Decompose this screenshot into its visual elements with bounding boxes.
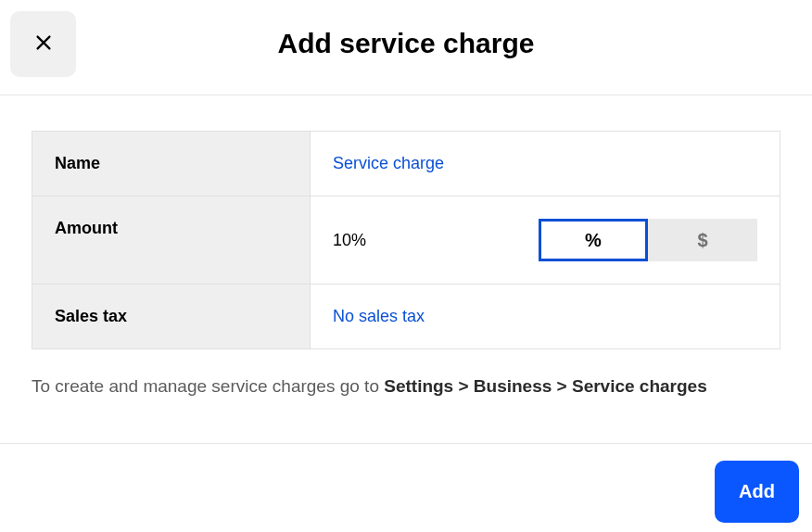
add-button[interactable]: Add <box>715 461 799 523</box>
help-path: Settings > Business > Service charges <box>384 376 707 396</box>
value-amount-cell: 10% % $ <box>311 196 780 284</box>
value-sales-tax-cell[interactable]: No sales tax <box>311 285 780 348</box>
amount-value[interactable]: 10% <box>333 231 366 250</box>
row-name: Name Service charge <box>32 132 780 196</box>
amount-type-toggle: % $ <box>539 219 757 261</box>
row-amount: Amount 10% % $ <box>32 196 780 285</box>
page-title: Add service charge <box>278 28 535 59</box>
label-amount: Amount <box>32 196 311 284</box>
label-name: Name <box>32 132 311 196</box>
sales-tax-value[interactable]: No sales tax <box>333 307 425 326</box>
modal-header: Add service charge <box>0 0 812 95</box>
modal-content: Name Service charge Amount 10% % $ Sales… <box>0 95 812 401</box>
row-sales-tax: Sales tax No sales tax <box>32 285 780 348</box>
help-prefix: To create and manage service charges go … <box>32 376 384 396</box>
toggle-percent-button[interactable]: % <box>539 219 648 261</box>
toggle-currency-button[interactable]: $ <box>648 219 757 261</box>
value-name-cell[interactable]: Service charge <box>311 132 780 196</box>
close-button[interactable] <box>10 11 76 77</box>
name-value[interactable]: Service charge <box>333 154 444 173</box>
label-sales-tax: Sales tax <box>32 285 311 348</box>
help-text: To create and manage service charges go … <box>32 372 780 401</box>
modal-footer: Add <box>0 443 812 532</box>
close-icon <box>33 32 54 56</box>
form-table: Name Service charge Amount 10% % $ Sales… <box>32 131 780 349</box>
